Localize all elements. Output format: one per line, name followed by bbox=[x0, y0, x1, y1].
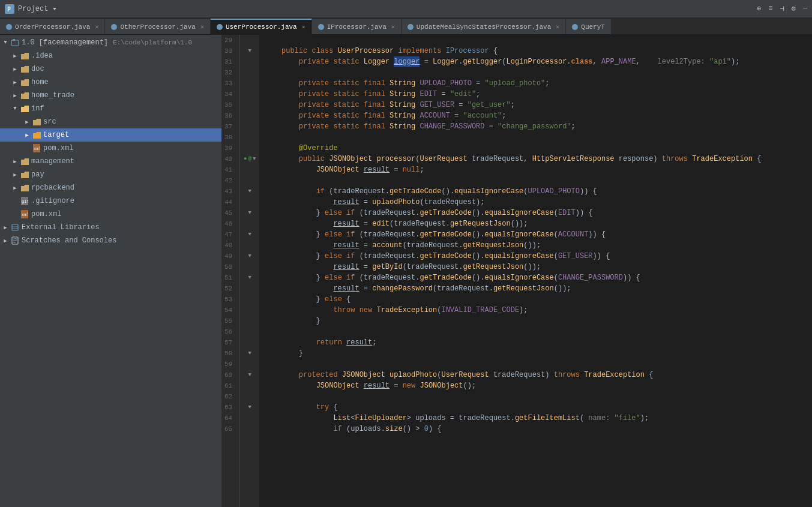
code-line-35: private static final String GET_USER = "… bbox=[264, 100, 807, 110]
management-label: management bbox=[31, 157, 74, 166]
tab-java-icon bbox=[408, 24, 414, 30]
title-bar: P Project ⊕ ≡ ⊣ ⚙ — bbox=[0, 0, 812, 18]
tree-external-libs[interactable]: External Libraries bbox=[0, 221, 221, 234]
tab-java-icon bbox=[318, 24, 324, 30]
fold-45[interactable]: ▼ bbox=[248, 210, 251, 216]
tree-pay[interactable]: pay bbox=[0, 168, 221, 181]
ext-libs-label: External Libraries bbox=[22, 223, 100, 232]
code-line-50: result = getById(tradeRequest.getRequest… bbox=[264, 262, 807, 272]
code-line-58: } bbox=[264, 348, 807, 359]
tree-rpcbackend[interactable]: rpcbackend bbox=[0, 181, 221, 194]
idea-arrow bbox=[12, 53, 18, 59]
new-window-btn[interactable]: ⊕ bbox=[757, 4, 761, 13]
linenum-63: 63 bbox=[224, 402, 235, 413]
tree-pom-root[interactable]: xml pom.xml bbox=[0, 208, 221, 221]
gutter-64 bbox=[240, 413, 259, 424]
tab-update-processor[interactable]: UpdateMealSyncStatesProcessor.java ✕ bbox=[401, 19, 566, 34]
fold-30[interactable]: ▼ bbox=[248, 48, 251, 54]
pom-root-xml-icon: xml bbox=[20, 210, 29, 218]
gutter-52 bbox=[240, 283, 259, 294]
linenum-59: 59 bbox=[224, 359, 235, 370]
tree-idea[interactable]: .idea bbox=[0, 49, 221, 62]
linenum-33: 33 bbox=[224, 78, 235, 89]
tab-other-close[interactable]: ✕ bbox=[200, 23, 204, 31]
gutter-46 bbox=[240, 218, 259, 229]
scratches-arrow bbox=[2, 238, 8, 244]
gutter-50 bbox=[240, 262, 259, 272]
pom-root-arrow bbox=[12, 211, 18, 217]
tree-doc[interactable]: doc bbox=[0, 62, 221, 76]
structure-btn[interactable]: ≡ bbox=[768, 4, 772, 13]
rpcbackend-folder-icon bbox=[20, 184, 29, 192]
fold-51[interactable]: ▼ bbox=[248, 275, 251, 281]
tree-home[interactable]: home bbox=[0, 76, 221, 89]
idea-folder-icon bbox=[20, 52, 29, 60]
fold-47[interactable]: ▼ bbox=[248, 232, 251, 238]
tab-order-close[interactable]: ✕ bbox=[95, 23, 98, 31]
linenum-45: 45 bbox=[224, 208, 235, 218]
gutter-63: ▼ bbox=[240, 402, 259, 413]
linenum-29: 29 bbox=[224, 35, 235, 46]
tree-root[interactable]: 1.0 [facemanagement] E:\code\platform\1.… bbox=[0, 36, 221, 49]
collapse-btn[interactable]: ⊣ bbox=[780, 4, 784, 13]
tab-other-processor[interactable]: OtherProcessor.java ✕ bbox=[105, 19, 210, 34]
tree-inf[interactable]: inf bbox=[0, 102, 221, 115]
tree-gitignore[interactable]: git .gitignore bbox=[0, 194, 221, 208]
minimize-btn[interactable]: — bbox=[803, 4, 807, 13]
gutter-36 bbox=[240, 110, 259, 121]
code-line-51: } else if (tradeRequest.getTradeCode().e… bbox=[264, 272, 807, 283]
dropdown-icon[interactable] bbox=[52, 6, 58, 12]
code-line-61: JSONObject result = new JSONObject(); bbox=[264, 380, 807, 391]
tab-user-processor[interactable]: UserProcessor.java ✕ bbox=[211, 19, 312, 34]
code-editor[interactable]: 29 30 31 32 33 34 35 36 37 38 39 40 41 4… bbox=[222, 35, 812, 507]
tab-update-close[interactable]: ✕ bbox=[556, 23, 559, 31]
linenum-64: 64 bbox=[224, 413, 235, 424]
gutter-37 bbox=[240, 121, 259, 132]
gutter-39 bbox=[240, 143, 259, 154]
settings-btn[interactable]: ⚙ bbox=[792, 4, 796, 13]
gutter-51: ▼ bbox=[240, 272, 259, 283]
tree-home-trade[interactable]: home_trade bbox=[0, 89, 221, 102]
tab-order-processor[interactable]: OrderProcessor.java ✕ bbox=[0, 19, 105, 34]
target-label: target bbox=[43, 131, 69, 139]
tab-other-label: OtherProcessor.java bbox=[120, 23, 195, 31]
code-line-29 bbox=[264, 35, 807, 46]
tab-user-close[interactable]: ✕ bbox=[302, 23, 305, 31]
scratches-icon bbox=[11, 236, 19, 245]
src-arrow bbox=[24, 119, 30, 125]
fold-63[interactable]: ▼ bbox=[248, 404, 251, 410]
fold-58[interactable]: ▼ bbox=[248, 350, 251, 356]
gitignore-icon: git bbox=[20, 197, 29, 205]
tree-pom-inf[interactable]: xml pom.xml bbox=[0, 142, 221, 155]
root-arrow bbox=[2, 40, 8, 46]
tab-query[interactable]: QueryT bbox=[566, 19, 612, 34]
svg-text:xml: xml bbox=[22, 212, 28, 217]
svg-rect-11 bbox=[12, 224, 18, 230]
project-sidebar[interactable]: 1.0 [facemanagement] E:\code\platform\1.… bbox=[0, 35, 222, 507]
target-arrow bbox=[24, 132, 30, 138]
tree-management[interactable]: management bbox=[0, 155, 221, 168]
linenum-35: 35 bbox=[224, 100, 235, 110]
inf-label: inf bbox=[31, 104, 44, 113]
inf-arrow bbox=[12, 106, 18, 112]
tree-scratches[interactable]: Scratches and Consoles bbox=[0, 234, 221, 247]
gitignore-arrow bbox=[12, 198, 18, 204]
project-title: Project bbox=[18, 5, 48, 13]
gutter-32 bbox=[240, 67, 259, 78]
gutter-60: ▼ bbox=[240, 370, 259, 380]
fold-43[interactable]: ▼ bbox=[248, 188, 251, 194]
fold-40[interactable]: ▼ bbox=[253, 156, 256, 162]
code-line-32 bbox=[264, 67, 807, 78]
tab-iprocessor[interactable]: IProcessor.java ✕ bbox=[312, 19, 401, 34]
gutter-35 bbox=[240, 100, 259, 110]
linenum-60: 60 bbox=[224, 370, 235, 380]
code-line-60: protected JSONObject uplaodPhoto(UserReq… bbox=[264, 370, 807, 380]
fold-49[interactable]: ▼ bbox=[248, 253, 251, 259]
pay-arrow bbox=[12, 172, 18, 178]
tab-iprocessor-close[interactable]: ✕ bbox=[391, 23, 395, 31]
tree-target[interactable]: target bbox=[0, 128, 221, 142]
rpcbackend-label: rpcbackend bbox=[31, 184, 74, 192]
fold-60[interactable]: ▼ bbox=[248, 372, 251, 378]
tree-src[interactable]: src bbox=[0, 115, 221, 128]
code-line-64: List<FileUploader> uploads = tradeReques… bbox=[264, 413, 807, 424]
